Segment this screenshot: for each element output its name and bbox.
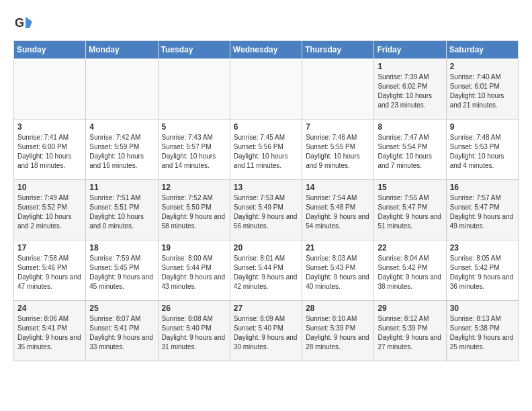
day-info: Sunrise: 7:41 AM Sunset: 6:00 PM Dayligh… [17, 133, 82, 171]
week-row-1: 1Sunrise: 7:39 AM Sunset: 6:02 PM Daylig… [14, 59, 519, 120]
week-row-3: 10Sunrise: 7:49 AM Sunset: 5:52 PM Dayli… [14, 180, 519, 240]
day-cell: 8Sunrise: 7:47 AM Sunset: 5:54 PM Daylig… [374, 120, 446, 180]
day-number: 26 [162, 304, 226, 313]
day-number: 20 [234, 243, 298, 253]
header-cell-wednesday: Wednesday [230, 41, 302, 59]
day-number: 1 [378, 62, 442, 71]
svg-text:G: G [15, 16, 24, 30]
day-cell [230, 59, 302, 120]
day-cell: 3Sunrise: 7:41 AM Sunset: 6:00 PM Daylig… [14, 120, 86, 180]
day-number: 27 [234, 304, 298, 313]
day-number: 15 [378, 183, 442, 192]
svg-marker-1 [26, 17, 32, 28]
day-cell [302, 59, 374, 120]
day-number: 4 [89, 122, 154, 132]
day-info: Sunrise: 7:42 AM Sunset: 5:59 PM Dayligh… [89, 133, 154, 171]
day-number: 14 [306, 183, 370, 192]
day-number: 7 [306, 122, 370, 132]
logo: G [13, 13, 36, 34]
day-cell: 2Sunrise: 7:40 AM Sunset: 6:01 PM Daylig… [446, 59, 518, 120]
day-cell: 7Sunrise: 7:46 AM Sunset: 5:55 PM Daylig… [302, 120, 374, 180]
day-number: 28 [306, 304, 370, 313]
day-info: Sunrise: 8:09 AM Sunset: 5:40 PM Dayligh… [234, 314, 298, 352]
day-info: Sunrise: 8:07 AM Sunset: 5:41 PM Dayligh… [89, 314, 154, 352]
day-info: Sunrise: 7:45 AM Sunset: 5:56 PM Dayligh… [234, 133, 298, 171]
day-info: Sunrise: 7:55 AM Sunset: 5:47 PM Dayligh… [378, 193, 442, 231]
day-number: 9 [450, 122, 515, 132]
day-cell: 10Sunrise: 7:49 AM Sunset: 5:52 PM Dayli… [14, 180, 86, 240]
day-cell [158, 59, 230, 120]
day-info: Sunrise: 8:06 AM Sunset: 5:41 PM Dayligh… [17, 314, 82, 352]
day-info: Sunrise: 7:53 AM Sunset: 5:49 PM Dayligh… [234, 193, 298, 231]
day-number: 10 [17, 183, 82, 192]
week-row-4: 17Sunrise: 7:58 AM Sunset: 5:46 PM Dayli… [14, 240, 519, 301]
day-cell [14, 59, 86, 120]
calendar-table: SundayMondayTuesdayWednesdayThursdayFrid… [13, 40, 519, 361]
day-number: 30 [450, 304, 515, 313]
day-info: Sunrise: 7:47 AM Sunset: 5:54 PM Dayligh… [378, 133, 442, 171]
day-info: Sunrise: 7:48 AM Sunset: 5:53 PM Dayligh… [450, 133, 515, 171]
day-cell: 19Sunrise: 8:00 AM Sunset: 5:44 PM Dayli… [158, 240, 230, 301]
day-number: 16 [450, 183, 515, 192]
day-number: 2 [450, 62, 515, 71]
logo-icon: G [13, 13, 34, 34]
day-info: Sunrise: 8:10 AM Sunset: 5:39 PM Dayligh… [306, 314, 370, 352]
day-number: 29 [378, 304, 442, 313]
day-cell: 5Sunrise: 7:43 AM Sunset: 5:57 PM Daylig… [158, 120, 230, 180]
header-cell-saturday: Saturday [446, 41, 518, 59]
day-cell: 25Sunrise: 8:07 AM Sunset: 5:41 PM Dayli… [86, 301, 158, 361]
day-cell: 17Sunrise: 7:58 AM Sunset: 5:46 PM Dayli… [14, 240, 86, 301]
day-number: 17 [17, 243, 82, 253]
day-cell: 11Sunrise: 7:51 AM Sunset: 5:51 PM Dayli… [86, 180, 158, 240]
day-cell [86, 59, 158, 120]
day-cell: 26Sunrise: 8:08 AM Sunset: 5:40 PM Dayli… [158, 301, 230, 361]
day-number: 21 [306, 243, 370, 253]
day-cell: 15Sunrise: 7:55 AM Sunset: 5:47 PM Dayli… [374, 180, 446, 240]
day-info: Sunrise: 7:59 AM Sunset: 5:45 PM Dayligh… [89, 254, 154, 291]
day-cell: 24Sunrise: 8:06 AM Sunset: 5:41 PM Dayli… [14, 301, 86, 361]
day-info: Sunrise: 7:40 AM Sunset: 6:01 PM Dayligh… [450, 73, 515, 110]
day-number: 12 [162, 183, 226, 192]
day-cell: 23Sunrise: 8:05 AM Sunset: 5:42 PM Dayli… [446, 240, 518, 301]
day-cell: 27Sunrise: 8:09 AM Sunset: 5:40 PM Dayli… [230, 301, 302, 361]
day-info: Sunrise: 8:04 AM Sunset: 5:42 PM Dayligh… [378, 254, 442, 291]
day-info: Sunrise: 7:46 AM Sunset: 5:55 PM Dayligh… [306, 133, 370, 171]
day-number: 11 [89, 183, 154, 192]
week-row-2: 3Sunrise: 7:41 AM Sunset: 6:00 PM Daylig… [14, 120, 519, 180]
day-info: Sunrise: 8:00 AM Sunset: 5:44 PM Dayligh… [162, 254, 226, 291]
day-info: Sunrise: 8:03 AM Sunset: 5:43 PM Dayligh… [306, 254, 370, 291]
day-cell: 9Sunrise: 7:48 AM Sunset: 5:53 PM Daylig… [446, 120, 518, 180]
day-number: 6 [234, 122, 298, 132]
day-number: 5 [162, 122, 226, 132]
day-cell: 1Sunrise: 7:39 AM Sunset: 6:02 PM Daylig… [374, 59, 446, 120]
day-info: Sunrise: 8:05 AM Sunset: 5:42 PM Dayligh… [450, 254, 515, 291]
day-info: Sunrise: 8:12 AM Sunset: 5:39 PM Dayligh… [378, 314, 442, 352]
day-info: Sunrise: 7:39 AM Sunset: 6:02 PM Dayligh… [378, 73, 442, 110]
header: G [13, 13, 519, 34]
calendar-header-row: SundayMondayTuesdayWednesdayThursdayFrid… [14, 41, 519, 59]
day-info: Sunrise: 7:54 AM Sunset: 5:48 PM Dayligh… [306, 193, 370, 231]
day-info: Sunrise: 7:52 AM Sunset: 5:50 PM Dayligh… [162, 193, 226, 231]
day-number: 24 [17, 304, 82, 313]
day-info: Sunrise: 8:13 AM Sunset: 5:38 PM Dayligh… [450, 314, 515, 352]
day-number: 19 [162, 243, 226, 253]
day-cell: 22Sunrise: 8:04 AM Sunset: 5:42 PM Dayli… [374, 240, 446, 301]
day-info: Sunrise: 8:08 AM Sunset: 5:40 PM Dayligh… [162, 314, 226, 352]
day-number: 18 [89, 243, 154, 253]
day-number: 3 [17, 122, 82, 132]
header-cell-tuesday: Tuesday [158, 41, 230, 59]
day-info: Sunrise: 7:49 AM Sunset: 5:52 PM Dayligh… [17, 193, 82, 231]
header-cell-thursday: Thursday [302, 41, 374, 59]
day-cell: 13Sunrise: 7:53 AM Sunset: 5:49 PM Dayli… [230, 180, 302, 240]
day-cell: 30Sunrise: 8:13 AM Sunset: 5:38 PM Dayli… [446, 301, 518, 361]
day-info: Sunrise: 8:01 AM Sunset: 5:44 PM Dayligh… [234, 254, 298, 291]
day-cell: 16Sunrise: 7:57 AM Sunset: 5:47 PM Dayli… [446, 180, 518, 240]
day-cell: 21Sunrise: 8:03 AM Sunset: 5:43 PM Dayli… [302, 240, 374, 301]
day-info: Sunrise: 7:58 AM Sunset: 5:46 PM Dayligh… [17, 254, 82, 291]
day-cell: 6Sunrise: 7:45 AM Sunset: 5:56 PM Daylig… [230, 120, 302, 180]
day-cell: 14Sunrise: 7:54 AM Sunset: 5:48 PM Dayli… [302, 180, 374, 240]
day-number: 8 [378, 122, 442, 132]
day-cell: 20Sunrise: 8:01 AM Sunset: 5:44 PM Dayli… [230, 240, 302, 301]
day-number: 25 [89, 304, 154, 313]
header-cell-sunday: Sunday [14, 41, 86, 59]
